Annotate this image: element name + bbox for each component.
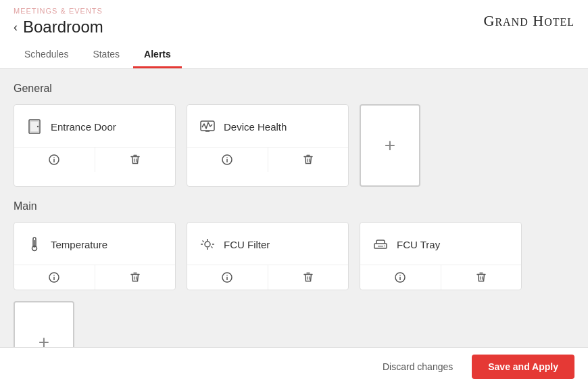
fcu-filter-label: FCU Filter <box>224 239 270 250</box>
card-device-health: Device Health <box>187 104 349 187</box>
temperature-label: Temperature <box>51 239 107 250</box>
temperature-icon <box>25 235 44 254</box>
svg-point-40 <box>399 275 401 276</box>
discard-button[interactable]: Discard changes <box>374 356 461 378</box>
svg-point-2 <box>37 126 39 127</box>
fcu-filter-icon <box>198 235 217 254</box>
fcu-filter-delete-button[interactable] <box>268 265 349 290</box>
card-temperature: Temperature <box>14 222 176 290</box>
device-health-delete-button[interactable] <box>268 148 349 172</box>
svg-point-12 <box>226 157 228 158</box>
entrance-door-label: Entrance Door <box>51 121 116 133</box>
fcu-tray-delete-button[interactable] <box>441 265 522 290</box>
svg-point-20 <box>53 275 55 276</box>
header: MEETINGS & EVENTS ‹ Boardroom GRAND HOTE… <box>0 0 588 69</box>
device-health-icon <box>198 117 217 136</box>
entrance-door-actions <box>14 147 175 172</box>
main-content: General Entrance Door <box>0 69 588 373</box>
fcu-filter-info-button[interactable] <box>187 265 268 290</box>
svg-point-5 <box>53 157 55 158</box>
entrance-door-info-button[interactable] <box>14 148 95 172</box>
section-main-title: Main <box>14 200 574 212</box>
temperature-actions <box>14 265 175 290</box>
temperature-delete-button[interactable] <box>95 265 176 290</box>
device-health-info-button[interactable] <box>187 148 268 172</box>
svg-point-37 <box>384 246 385 247</box>
entrance-door-icon <box>25 117 44 136</box>
svg-point-32 <box>226 275 228 276</box>
entrance-door-delete-button[interactable] <box>95 148 176 172</box>
general-cards-row: Entrance Door <box>14 104 574 187</box>
save-button[interactable]: Save and Apply <box>472 355 574 379</box>
add-general-alert-button[interactable]: + <box>360 104 420 187</box>
card-fcu-filter: FCU Filter <box>187 222 349 290</box>
fcu-tray-label: FCU Tray <box>397 239 440 250</box>
section-general: General Entrance Door <box>14 83 574 187</box>
back-button[interactable]: ‹ <box>14 21 18 33</box>
device-health-actions <box>187 147 348 172</box>
hotel-logo: GRAND HOTEL <box>484 12 575 30</box>
card-fcu-tray: FCU Tray <box>360 222 522 290</box>
fcu-tray-actions <box>360 265 521 290</box>
footer: Discard changes Save and Apply <box>0 347 588 385</box>
tabs-container: Schedules States Alerts <box>14 43 574 68</box>
fcu-filter-actions <box>187 265 348 290</box>
svg-line-29 <box>211 246 212 248</box>
temperature-info-button[interactable] <box>14 265 95 290</box>
page-title: Boardroom <box>23 18 103 37</box>
tab-states[interactable]: States <box>82 43 130 68</box>
card-entrance-door: Entrance Door <box>14 104 176 187</box>
fcu-tray-info-button[interactable] <box>360 265 441 290</box>
svg-line-28 <box>203 241 204 242</box>
tab-schedules[interactable]: Schedules <box>14 43 79 68</box>
svg-point-23 <box>205 242 210 247</box>
fcu-tray-icon <box>371 235 390 254</box>
section-general-title: General <box>14 83 574 95</box>
device-health-label: Device Health <box>224 121 287 133</box>
tab-alerts[interactable]: Alerts <box>133 43 182 68</box>
